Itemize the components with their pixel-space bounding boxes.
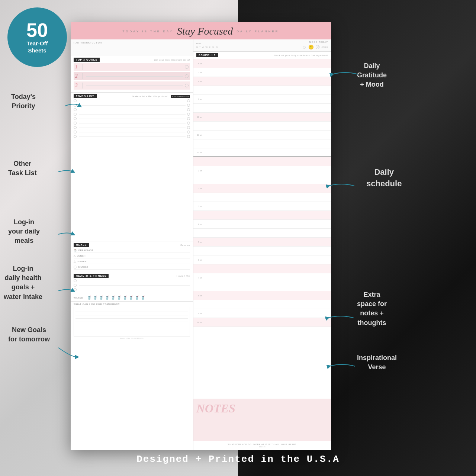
meal-breakfast: ☕ BREAKFAST bbox=[74, 248, 190, 253]
verse-text: WHATEVER YOU DO, WORK AT IT WITH ALL YOU… bbox=[196, 443, 328, 446]
bottom-tagline: Designed + Printed in the U.S.A bbox=[0, 454, 476, 465]
notes-section: NOTES bbox=[193, 399, 331, 441]
schedule-row: 7 pm bbox=[193, 273, 331, 282]
schedule-row bbox=[193, 264, 331, 273]
meal-snacks: ◯ SNACKS bbox=[74, 265, 190, 270]
post-title: DAILY PLANNER bbox=[237, 30, 279, 33]
day-mood-row: DAY M T W TH F SA SU MOOD TODAY ☺ bbox=[193, 39, 331, 52]
schedule-row: 5 pm bbox=[193, 238, 331, 247]
water-label: WATER bbox=[74, 297, 83, 299]
schedule-label: Dailyschedule bbox=[366, 167, 402, 190]
verse-arrow bbox=[327, 361, 357, 372]
left-column: I AM THANKFUL FOR TOP 3 GOALS List your … bbox=[71, 39, 193, 450]
health-row bbox=[74, 279, 190, 283]
schedule-tag: SCHEDULE bbox=[196, 53, 218, 57]
pre-title: TODAY IS THE DAY bbox=[122, 30, 173, 33]
gratitude-arrow bbox=[330, 69, 360, 80]
tear-off-badge: 50 Tear-OffSheets bbox=[7, 7, 67, 67]
goal-row-3: 3 bbox=[74, 81, 190, 90]
planner-page: TODAY IS THE DAY Stay Focused DAILY PLAN… bbox=[71, 22, 331, 450]
todo-tag: TO-DO LIST bbox=[74, 94, 97, 98]
gratitude-label-text: I AM THANKFUL FOR bbox=[74, 42, 190, 44]
goal-row-1: 1 bbox=[74, 63, 190, 71]
verse-label: InspirationalVerse bbox=[357, 353, 397, 372]
schedule-row: 2 pm bbox=[193, 184, 331, 193]
notes-arrow bbox=[326, 312, 356, 324]
schedule-row: 6 pm bbox=[193, 255, 331, 264]
meals-tag: MEALS bbox=[74, 243, 89, 247]
schedule-row: 8 am bbox=[193, 77, 331, 86]
schedule-row: 6 am bbox=[193, 59, 331, 68]
priority-label: Today'sPriority bbox=[11, 92, 36, 111]
meals-arrow bbox=[57, 230, 75, 239]
designer-credit: designed by GOODFARMCO bbox=[74, 337, 190, 339]
schedule-row bbox=[193, 211, 331, 220]
schedule-rows: 6 am 7 am 8 am 9 am 10 am 11 am 12 pm 1 … bbox=[193, 59, 331, 399]
schedule-header: SCHEDULE Block off your daily schedule +… bbox=[193, 52, 331, 59]
schedule-row bbox=[193, 282, 331, 291]
gratitude-label: DailyGratitude+ Mood bbox=[357, 61, 387, 90]
health-label: Log-indaily healthgoals +water intake bbox=[4, 264, 42, 302]
planner-title: Stay Focused bbox=[177, 25, 233, 37]
todo-section: TO-DO LIST Make a list + Get things done… bbox=[71, 93, 193, 241]
mood-neutral-icon: 😐 bbox=[308, 45, 314, 50]
schedule-row: 10 am bbox=[193, 113, 331, 122]
goals-sub: List your most important tasks! bbox=[154, 59, 190, 61]
schedule-row bbox=[193, 229, 331, 238]
schedule-row: 3 pm bbox=[193, 202, 331, 211]
schedule-sub: Block off your daily schedule + Get orga… bbox=[274, 54, 328, 57]
notes-label: Extraspace fornotes +thoughts bbox=[357, 290, 387, 328]
goal-row-2: 2 bbox=[74, 72, 190, 80]
meals-label: Log-inyour dailymeals bbox=[8, 218, 40, 246]
day-label: DAY bbox=[196, 42, 302, 45]
notes-big-label: NOTES bbox=[196, 402, 235, 415]
schedule-row: 11 am bbox=[193, 131, 331, 139]
tomorrow-label-text: WHAT CAN I DO FOR TOMORROW bbox=[74, 303, 190, 305]
schedule-row bbox=[193, 104, 331, 113]
water-section: WATER 🥤 🥤 🥤 🥤 🥤 🥤 🥤 🥤 🥤 🥤 bbox=[71, 294, 193, 302]
mood-label: MOOD TODAY bbox=[309, 41, 328, 43]
schedule-row: 8 pm bbox=[193, 291, 331, 300]
meals-section: MEALS Calories ☕ BREAKFAST △ LUNCH △ DIN… bbox=[71, 241, 193, 272]
meals-sub: Calories bbox=[180, 244, 190, 246]
sheet-count: 50 bbox=[26, 20, 48, 40]
todo-row bbox=[74, 130, 190, 134]
schedule-row: 10 pm bbox=[193, 318, 331, 327]
todo-sub: Make a list + Get things done! bbox=[132, 95, 168, 97]
health-arrow bbox=[57, 286, 75, 296]
health-row bbox=[74, 288, 190, 292]
sheet-label: Tear-OffSheets bbox=[26, 40, 48, 54]
schedule-row bbox=[193, 300, 331, 309]
tasklist-arrow bbox=[57, 167, 75, 177]
health-tag: HEALTH & FITNESS bbox=[74, 274, 109, 278]
health-section: HEALTH & FITNESS Hours / Min bbox=[71, 272, 193, 294]
verse-section: WHATEVER YOU DO, WORK AT IT WITH ALL YOU… bbox=[193, 441, 331, 450]
health-sub: Hours / Min bbox=[177, 275, 190, 277]
schedule-row: 9 pm bbox=[193, 309, 331, 318]
right-column: DAY M T W TH F SA SU MOOD TODAY ☺ bbox=[193, 39, 331, 450]
schedule-row: 12 pm bbox=[193, 148, 331, 157]
planner-header: TODAY IS THE DAY Stay Focused DAILY PLAN… bbox=[71, 22, 331, 39]
notes-badge: NOTES ORGANIZER bbox=[171, 95, 190, 98]
goals-section: TOP 3 GOALS List your most important tas… bbox=[71, 56, 193, 93]
schedule-row: 7 am bbox=[193, 68, 331, 77]
todo-row bbox=[74, 117, 190, 120]
verse-ref: COL 3:23 bbox=[196, 446, 328, 448]
schedule-row bbox=[193, 122, 331, 131]
meal-dinner: △ DINNER bbox=[74, 259, 190, 264]
schedule-row bbox=[193, 157, 331, 166]
tasklist-label: OtherTask List bbox=[8, 159, 37, 178]
meal-lunch: △ LUNCH bbox=[74, 254, 190, 258]
todo-row bbox=[74, 103, 190, 107]
mood-sad-icon: ☹ bbox=[315, 45, 320, 50]
mood-other: OTHER bbox=[322, 46, 328, 48]
mood-happy-icon: ☺ bbox=[302, 45, 306, 50]
schedule-row bbox=[193, 175, 331, 184]
goals-tag: TOP 3 GOALS bbox=[74, 58, 100, 62]
priority-arrow bbox=[63, 100, 82, 112]
todo-row bbox=[74, 108, 190, 112]
tomorrow-label: New Goalsfor tomorrow bbox=[8, 325, 50, 344]
schedule-row bbox=[193, 139, 331, 148]
schedule-row bbox=[193, 193, 331, 202]
schedule-row: 9 am bbox=[193, 95, 331, 104]
